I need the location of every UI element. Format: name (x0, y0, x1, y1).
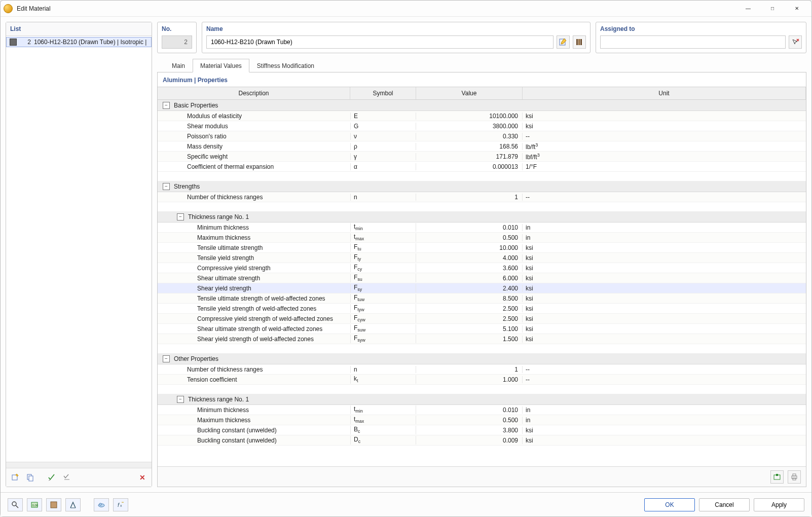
table-row[interactable]: Shear ultimate strengthFsu6.000ksi (158, 273, 806, 283)
pick-assign-button[interactable] (789, 35, 802, 49)
table-row[interactable]: Maximum thicknesstmax0.500in (158, 415, 806, 425)
table-row[interactable]: Shear ultimate strength of weld-affected… (158, 324, 806, 334)
cell-value[interactable]: 0.330 (416, 133, 523, 140)
cell-value[interactable]: 0.500 (416, 417, 523, 424)
cell-value[interactable]: 0.000013 (416, 163, 523, 170)
table-row[interactable]: Tensile yield strengthFty4.000ksi (158, 253, 806, 263)
svg-point-13 (12, 502, 16, 506)
table-row[interactable]: Compressive yield strengthFcy3.600ksi (158, 263, 806, 273)
collapse-icon[interactable]: − (163, 183, 170, 190)
cell-value[interactable]: 8.500 (416, 295, 523, 302)
cell-unit: in (523, 224, 806, 231)
table-row[interactable]: Compressive yield strength of weld-affec… (158, 314, 806, 324)
cell-value[interactable]: 6.000 (416, 275, 523, 282)
check-button[interactable] (46, 471, 58, 484)
new-item-button[interactable] (9, 471, 21, 484)
no-field-block: No. (157, 22, 197, 53)
cell-value[interactable]: 3800.000 (416, 123, 523, 130)
table-row[interactable]: Coefficient of thermal expansionα0.00001… (158, 162, 806, 172)
grid-body[interactable]: −Basic PropertiesModulus of elasticityE1… (158, 100, 806, 466)
cell-value[interactable]: 1.500 (416, 336, 523, 343)
list-hscrollbar[interactable] (6, 462, 152, 468)
table-row[interactable]: Modulus of elasticityE10100.000ksi (158, 111, 806, 121)
list-item[interactable]: 2 1060-H12-B210 (Drawn Tube) | Isotropic… (6, 37, 152, 47)
group-label: Thickness range No. 1 (188, 213, 249, 220)
cell-value[interactable]: 0.009 (416, 437, 523, 444)
tab-stiffness-modification[interactable]: Stiffness Modification (249, 59, 322, 72)
collapse-icon[interactable]: − (163, 102, 170, 109)
cell-value[interactable]: 2.500 (416, 305, 523, 312)
table-row[interactable]: Number of thickness rangesn1-- (158, 364, 806, 375)
group-row[interactable]: −Basic Properties (158, 100, 806, 111)
cell-value[interactable]: 1 (416, 194, 523, 201)
color-tool-button[interactable] (46, 498, 61, 511)
cell-value[interactable]: 1 (416, 366, 523, 373)
cancel-button[interactable]: Cancel (699, 498, 750, 511)
table-row[interactable]: Shear yield strength of weld-affected zo… (158, 334, 806, 344)
tab-main[interactable]: Main (164, 59, 193, 72)
cell-symbol: Dc (350, 436, 416, 444)
table-row[interactable]: Minimum thicknesstmin0.010in (158, 223, 806, 233)
cell-unit: -- (523, 133, 806, 140)
cell-value[interactable]: 0.500 (416, 234, 523, 241)
cell-value[interactable]: 4.000 (416, 254, 523, 262)
table-row[interactable]: Mass densityρ168.56lb/ft3 (158, 141, 806, 152)
function-tool-button[interactable]: fx (113, 498, 128, 511)
close-button[interactable]: ✕ (785, 1, 808, 16)
name-input[interactable] (206, 35, 553, 49)
cell-value[interactable]: 168.56 (416, 143, 523, 150)
apply-button[interactable]: Apply (754, 498, 804, 511)
table-row[interactable]: Tensile ultimate strengthFtu10.000ksi (158, 243, 806, 253)
cell-value[interactable]: 5.100 (416, 325, 523, 333)
cell-value[interactable]: 171.879 (416, 153, 523, 160)
cell-value[interactable]: 2.500 (416, 315, 523, 322)
table-row[interactable]: Tension coefficientkt1.000-- (158, 375, 806, 385)
assigned-input[interactable] (600, 35, 786, 49)
copy-item-button[interactable] (24, 471, 36, 484)
table-row[interactable]: Buckling constant (unwelded)Bc3.800ksi (158, 425, 806, 435)
export-button[interactable] (770, 470, 784, 484)
table-row[interactable]: Shear modulusG3800.000ksi (158, 121, 806, 131)
collapse-icon[interactable]: − (177, 213, 184, 220)
cell-value[interactable]: 0.010 (416, 407, 523, 414)
material-list[interactable]: 2 1060-H12-B210 (Drawn Tube) | Isotropic… (6, 36, 152, 462)
minimize-button[interactable]: — (736, 1, 760, 16)
table-row[interactable]: Tensile yield strength of weld-affected … (158, 304, 806, 314)
group-row[interactable]: −Strengths (158, 181, 806, 192)
cell-value[interactable]: 3.800 (416, 427, 523, 434)
table-row[interactable]: Maximum thicknesstmax0.500in (158, 233, 806, 243)
table-row[interactable]: Shear yield strengthFsy2.400ksi (158, 283, 806, 293)
cell-symbol: tmax (350, 233, 416, 241)
table-row[interactable]: Specific weightγ171.879lbf/ft3 (158, 152, 806, 162)
cell-value[interactable]: 10.000 (416, 244, 523, 251)
cloud-tool-button[interactable] (94, 498, 109, 511)
group-row[interactable]: −Other Properties (158, 353, 806, 364)
library-button[interactable] (573, 35, 586, 49)
table-row[interactable]: Minimum thicknesstmin0.010in (158, 405, 806, 415)
maximize-button[interactable]: □ (761, 1, 784, 16)
cell-symbol: Fsy (350, 284, 416, 292)
print-button[interactable] (788, 470, 801, 484)
table-row[interactable]: Poisson's ratioν0.330-- (158, 131, 806, 141)
table-row[interactable]: Number of thickness rangesn1-- (158, 192, 806, 202)
cell-value[interactable]: 0.010 (416, 224, 523, 231)
cell-value[interactable]: 1.000 (416, 376, 523, 383)
tab-material-values[interactable]: Material Values (193, 59, 249, 72)
subgroup-row[interactable]: −Thickness range No. 1 (158, 394, 806, 405)
subgroup-row[interactable]: −Thickness range No. 1 (158, 211, 806, 223)
cell-value[interactable]: 2.400 (416, 285, 523, 292)
collapse-icon[interactable]: − (177, 396, 184, 403)
cell-value[interactable]: 3.600 (416, 265, 523, 272)
delete-button[interactable]: ✕ (136, 471, 149, 484)
units-tool-button[interactable]: 0,00 (27, 498, 42, 511)
edit-name-button[interactable] (557, 35, 570, 49)
ok-button[interactable]: OK (644, 498, 695, 511)
collapse-icon[interactable]: − (163, 355, 170, 362)
properties-footer (158, 466, 806, 487)
cell-value[interactable]: 10100.000 (416, 113, 523, 120)
table-row[interactable]: Tensile ultimate strength of weld-affect… (158, 293, 806, 304)
search-tool-button[interactable] (8, 498, 23, 511)
structure-tool-button[interactable] (65, 498, 81, 511)
validate-button[interactable] (61, 471, 73, 484)
table-row[interactable]: Buckling constant (unwelded)Dc0.009ksi (158, 435, 806, 446)
